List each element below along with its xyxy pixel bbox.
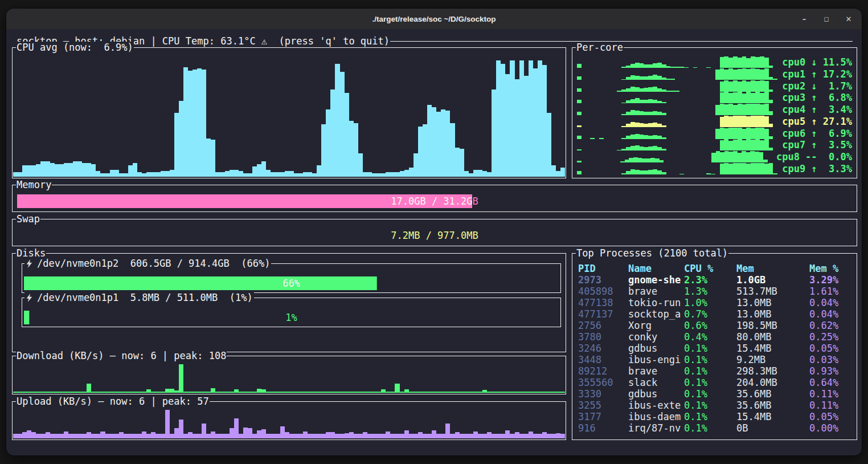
- cpu-avg-panel: CPU avg (now: 6.9%): [12, 47, 566, 178]
- chart-bar: [556, 171, 560, 177]
- core-sparkline: [577, 151, 776, 162]
- process-cell-cpu: 2.3%: [684, 274, 736, 286]
- chart-bar: [716, 151, 720, 162]
- chart-bar: [450, 123, 455, 177]
- chart-bar: [728, 68, 733, 80]
- chart-bar: [742, 93, 747, 104]
- disk-gauge-nvme0n1p2: 66% 66%: [24, 276, 559, 290]
- core-label: cpu8 -- 0.0%: [776, 151, 852, 162]
- chart-bar: [769, 66, 773, 68]
- chart-bar: [621, 126, 626, 127]
- chart-bar: [662, 125, 666, 127]
- chart-bar: [635, 170, 640, 174]
- chart-bar: [640, 170, 644, 174]
- chart-bar: [519, 60, 524, 177]
- chart-bar: [755, 163, 760, 174]
- chart-bar: [733, 80, 738, 92]
- chart-bar: [764, 129, 769, 139]
- chart-bar: [751, 68, 755, 80]
- chart-bar: [653, 169, 657, 174]
- window-titlebar[interactable]: ./target/release/soc ~/D/G/socktop – ◻ ✕: [6, 9, 862, 29]
- chart-bar: [312, 173, 317, 177]
- process-cell-mem: 198.5MB: [736, 320, 809, 331]
- chart-bar: [657, 112, 662, 115]
- per-core-panel: Per-core cpu0 ↓ 11.5%cpu1 ↑ 17.2%cpu2 ↓ …: [572, 47, 857, 178]
- chart-bar: [620, 161, 625, 162]
- process-cell-memp: 0.03%: [809, 354, 853, 365]
- chart-bar: [733, 92, 738, 103]
- core-label: cpu2 ↓ 1.7%: [782, 80, 852, 92]
- chart-bar: [630, 122, 635, 127]
- chart-bar: [630, 64, 635, 68]
- chart-bar: [110, 170, 114, 177]
- chart-bar: [640, 63, 644, 68]
- chart-bar: [621, 173, 626, 174]
- chart-bar: [662, 113, 666, 115]
- maximize-icon[interactable]: ◻: [822, 15, 830, 23]
- chart-bar: [529, 60, 533, 177]
- chart-bar: [670, 91, 675, 92]
- disk-label: /dev/nvme0n1p1 5.8MB / 511.0MB (1%): [37, 292, 253, 303]
- chart-bar: [376, 173, 381, 177]
- chart-bar: [349, 121, 354, 177]
- core-row-cpu1: cpu1 ↑ 17.2%: [577, 68, 852, 80]
- chart-bar: [193, 70, 197, 177]
- chart-bar: [473, 170, 478, 177]
- core-row-cpu2: cpu2 ↓ 1.7%: [577, 80, 852, 92]
- lightning-icon: [26, 294, 33, 302]
- chart-bar: [59, 164, 64, 177]
- chart-bar: [715, 70, 720, 80]
- chart-bar: [728, 58, 733, 68]
- upload-baseline: [13, 437, 565, 438]
- chart-bar: [764, 58, 769, 68]
- disk-row-nvme0n1p2: /dev/nvme0n1p2 606.5GB / 914.4GB (66%) 6…: [22, 263, 561, 293]
- chart-bar: [675, 67, 679, 68]
- chart-bar: [764, 92, 769, 103]
- chart-bar: [390, 172, 395, 177]
- chart-bar: [724, 163, 728, 174]
- process-cell-cpu: 0.1%: [684, 354, 736, 365]
- chart-bar: [386, 172, 390, 177]
- chart-bar: [151, 172, 155, 177]
- core-label: cpu7 ↑ 3.5%: [782, 139, 852, 150]
- chart-bar: [133, 163, 137, 177]
- process-cell-name: ibus-exte: [628, 400, 684, 411]
- chart-bar: [733, 151, 738, 162]
- process-cell-name: brave: [628, 286, 684, 297]
- chart-bar: [635, 134, 640, 139]
- process-cell-cpu: 0.4%: [684, 331, 736, 343]
- process-row-916: 916irq/87-nv0.1%0B0.00%: [578, 422, 853, 434]
- core-row-cpu4: cpu4 ↑ 3.4%: [577, 104, 852, 115]
- process-cell-name: gdbus: [628, 388, 684, 400]
- core-label: cpu3 ↑ 6.8%: [782, 92, 852, 103]
- chart-bar: [423, 124, 427, 177]
- chart-bar: [533, 68, 538, 177]
- chart-bar: [640, 146, 644, 151]
- chart-bar: [720, 164, 724, 174]
- chart-bar: [128, 165, 133, 177]
- chart-bar: [755, 116, 760, 127]
- minimize-icon[interactable]: –: [800, 15, 808, 23]
- chart-bar: [653, 123, 657, 127]
- chart-bar: [660, 160, 664, 162]
- close-icon[interactable]: ✕: [845, 15, 853, 23]
- disk-gauge-nvme0n1p1: 1% 1%: [24, 311, 559, 324]
- process-row-2973: 2973gnome-she2.3%1.0GB3.29%: [578, 274, 853, 286]
- core-label: cpu4 ↑ 3.4%: [782, 104, 852, 115]
- chart-bar: [769, 148, 773, 150]
- chart-bar: [225, 171, 230, 177]
- chart-bar: [621, 103, 626, 104]
- chart-bar: [165, 410, 170, 438]
- process-cell-memp: 0.93%: [809, 365, 853, 377]
- chart-bar: [538, 60, 542, 177]
- chart-bar: [724, 56, 728, 68]
- chart-bar: [666, 91, 671, 92]
- chart-bar: [114, 170, 119, 177]
- chart-bar: [275, 172, 280, 177]
- chart-bar: [87, 163, 91, 177]
- terminal-window: ./target/release/soc ~/D/G/socktop – ◻ ✕…: [6, 8, 862, 456]
- chart-bar: [657, 136, 662, 139]
- process-cell-cpu: 0.7%: [684, 308, 736, 320]
- process-cell-mem: 204.0MB: [736, 377, 809, 388]
- disk-label: /dev/nvme0n1p2 606.5GB / 914.4GB (66%): [37, 258, 270, 269]
